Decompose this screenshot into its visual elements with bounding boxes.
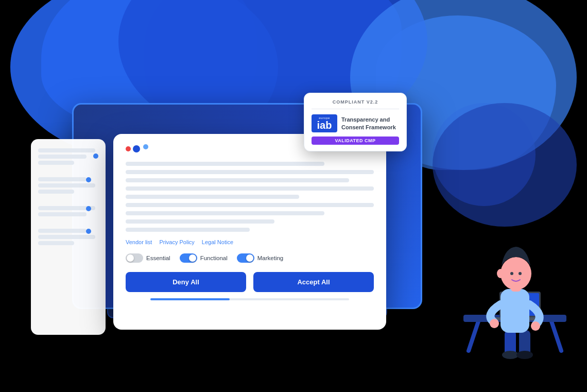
essential-toggle-knob <box>127 254 134 262</box>
marketing-toggle-knob <box>246 254 253 262</box>
sidebar-item <box>38 148 98 165</box>
cmp-content-lines <box>126 162 374 232</box>
functional-toggle-item: Functional <box>180 253 228 263</box>
privacy-policy-link[interactable]: Privacy Policy <box>159 239 194 245</box>
accept-all-button[interactable]: Accept All <box>253 272 374 292</box>
sidebar-line <box>38 190 74 194</box>
marketing-toggle[interactable] <box>237 253 254 263</box>
content-line <box>126 211 324 215</box>
progress-fill <box>150 298 230 300</box>
sidebar-line <box>38 177 87 181</box>
logo-dot-red <box>126 146 131 151</box>
essential-toggle[interactable] <box>126 253 143 263</box>
marketing-toggle-item: Marketing <box>237 253 284 263</box>
content-line <box>126 203 374 207</box>
svg-point-22 <box>519 272 522 275</box>
iab-tagline: Transparency and Consent Framework <box>341 116 399 131</box>
functional-toggle-knob <box>189 254 196 262</box>
sidebar-line <box>38 183 95 188</box>
marketing-label: Marketing <box>257 255 284 261</box>
iab-validated-label: VALIDATED CMP <box>312 137 399 145</box>
content-line <box>126 219 274 224</box>
iab-compliant-label: COMPLIANT V2.2 <box>312 99 399 109</box>
functional-toggle[interactable] <box>180 253 197 263</box>
sidebar-line <box>38 161 74 165</box>
sidebar-dot <box>93 154 98 159</box>
legal-notice-link[interactable]: Legal Notice <box>202 239 233 245</box>
sidebar-line <box>38 155 87 159</box>
iab-letters: iab <box>317 120 332 130</box>
svg-point-19 <box>500 257 531 290</box>
deny-all-button[interactable]: Deny All <box>126 272 246 292</box>
content-line <box>126 228 250 232</box>
svg-line-5 <box>469 320 479 351</box>
svg-line-6 <box>551 320 561 351</box>
svg-point-20 <box>497 269 504 278</box>
sidebar-panel <box>31 139 106 335</box>
content-line <box>126 195 299 199</box>
sidebar-line <box>38 235 95 239</box>
svg-rect-15 <box>500 289 529 333</box>
svg-point-16 <box>490 319 499 328</box>
bg-blob-right-mid <box>433 103 536 206</box>
iab-main: europe iab Transparency and Consent Fram… <box>312 114 399 132</box>
logo-dot-blue-dark <box>133 145 140 152</box>
cmp-dialog: Vendor list Privacy Policy Legal Notice … <box>113 134 386 330</box>
sidebar-item <box>38 225 98 245</box>
toggles-row: Essential Functional Marketing <box>126 253 374 263</box>
progress-bar <box>150 298 349 300</box>
logo-dots <box>126 145 148 152</box>
sidebar-dot <box>86 206 91 211</box>
content-line <box>126 162 324 166</box>
svg-point-21 <box>510 272 513 275</box>
logo-dot-blue-light <box>143 144 148 149</box>
sidebar-line <box>38 241 74 245</box>
svg-point-17 <box>531 321 540 331</box>
svg-point-13 <box>502 351 519 359</box>
sidebar-dot <box>86 177 91 182</box>
sidebar-item <box>38 173 98 194</box>
vendor-list-link[interactable]: Vendor list <box>126 239 152 245</box>
cmp-links: Vendor list Privacy Policy Legal Notice <box>126 239 374 245</box>
sidebar-dot <box>86 229 91 234</box>
sidebar-item <box>38 202 98 216</box>
content-line <box>126 178 349 182</box>
svg-point-14 <box>516 351 533 359</box>
essential-label: Essential <box>146 255 170 261</box>
essential-toggle-item: Essential <box>126 253 170 263</box>
cmp-buttons: Deny All Accept All <box>126 272 374 292</box>
content-line <box>126 170 374 174</box>
sidebar-line <box>38 229 87 233</box>
sidebar-line <box>38 148 95 152</box>
functional-label: Functional <box>200 255 228 261</box>
sidebar-line <box>38 212 87 216</box>
person-illustration <box>458 201 572 366</box>
iab-logo: europe iab <box>312 114 337 132</box>
content-line <box>126 186 374 191</box>
iab-badge: COMPLIANT V2.2 europe iab Transparency a… <box>304 93 407 151</box>
